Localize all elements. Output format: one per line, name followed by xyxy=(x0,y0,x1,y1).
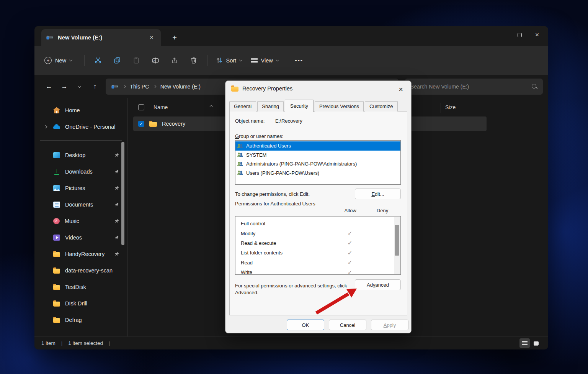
chevron-right-icon[interactable] xyxy=(44,125,47,128)
dialog-tab[interactable]: Security xyxy=(285,100,314,112)
drive-icon xyxy=(111,84,119,90)
new-tab-button[interactable]: + xyxy=(168,31,181,44)
sidebar-item-icon xyxy=(53,185,60,191)
cancel-button[interactable]: Cancel xyxy=(329,320,366,330)
back-button[interactable]: ← xyxy=(41,79,57,94)
close-button[interactable]: × xyxy=(528,28,546,42)
share-button[interactable] xyxy=(165,53,184,68)
sidebar-item[interactable]: OneDrive - Personal xyxy=(37,118,125,135)
dialog-tab-label: Previous Versions xyxy=(319,103,359,109)
forward-button[interactable]: → xyxy=(57,79,72,94)
sidebar-item[interactable]: Defrag xyxy=(37,312,125,328)
item-count: 1 item xyxy=(41,340,56,346)
sidebar-item[interactable]: Desktop xyxy=(37,147,125,163)
sidebar-item[interactable]: Home xyxy=(37,102,125,118)
pin-icon xyxy=(114,235,119,240)
toolbar-divider xyxy=(207,55,207,66)
user-name: Users (PING-PANG-POW\Users) xyxy=(246,170,319,176)
sidebar-item-label: Pictures xyxy=(65,185,85,191)
sidebar-item-icon xyxy=(53,169,60,175)
ok-button[interactable]: OK xyxy=(287,320,324,330)
see-more-button[interactable]: ••• xyxy=(291,57,307,64)
copy-button[interactable] xyxy=(108,53,127,68)
permission-row: List folder contents ✓ xyxy=(235,248,400,258)
sidebar-item[interactable]: Videos xyxy=(37,229,125,246)
user-row[interactable]: Administrators (PING-PANG-POW\Administra… xyxy=(235,159,400,169)
command-bar: + New A xyxy=(34,46,548,75)
users-icon xyxy=(237,161,243,167)
details-view-icon xyxy=(522,341,528,346)
users-icon xyxy=(237,170,243,176)
explorer-tab[interactable]: New Volume (E:) × xyxy=(41,29,161,46)
apply-button[interactable]: Apply xyxy=(371,320,408,330)
size-column-header[interactable]: Size xyxy=(445,104,456,110)
user-row[interactable]: Users (PING-PANG-POW\Users) xyxy=(235,169,400,178)
dialog-tab-label: General xyxy=(234,103,252,109)
plus-icon: + xyxy=(44,57,52,64)
sidebar-item-icon xyxy=(53,218,60,224)
breadcrumb-label: This PC xyxy=(130,84,149,90)
details-view-button[interactable] xyxy=(519,338,530,348)
group-user-list[interactable]: Authenticated Users SYSTEM Administrator… xyxy=(235,140,401,185)
dialog-tab[interactable]: Sharing xyxy=(257,101,284,112)
sidebar-item[interactable]: DIsk Drill xyxy=(37,295,125,312)
sidebar-item[interactable]: Documents xyxy=(37,196,125,213)
user-row[interactable]: Authenticated Users xyxy=(235,141,400,151)
breadcrumb-segment[interactable]: New Volume (E:) xyxy=(154,84,201,90)
delete-button[interactable] xyxy=(184,53,203,68)
search-input[interactable] xyxy=(410,84,532,90)
folder-icon xyxy=(231,87,238,92)
user-name: SYSTEM xyxy=(246,152,266,158)
select-all-checkbox[interactable] xyxy=(138,104,144,110)
toolbar-divider xyxy=(287,55,287,66)
drive-icon xyxy=(46,34,54,41)
pin-icon xyxy=(114,252,119,256)
status-bar: 1 item | 1 item selected | xyxy=(34,336,548,349)
new-button[interactable]: + New xyxy=(44,57,72,64)
pin-icon xyxy=(114,153,119,157)
sidebar-item-label: Home xyxy=(65,107,80,113)
name-column-header[interactable]: Name xyxy=(154,104,168,110)
sidebar-item[interactable]: HandyRecovery xyxy=(37,246,125,262)
column-divider[interactable] xyxy=(441,103,441,113)
column-divider[interactable] xyxy=(489,103,489,113)
large-icons-view-button[interactable] xyxy=(531,338,541,348)
dialog-tab[interactable]: Previous Versions xyxy=(315,101,364,112)
dialog-tab-label: Sharing xyxy=(262,103,279,109)
dialog-tab-label: Customize xyxy=(369,103,393,109)
minimize-button[interactable] xyxy=(493,28,511,42)
breadcrumb-segment[interactable]: This PC xyxy=(123,84,149,90)
sidebar-item[interactable]: data-recovery-scan xyxy=(37,262,125,279)
view-button[interactable]: View xyxy=(247,53,283,68)
search-box[interactable] xyxy=(405,79,543,95)
cut-button[interactable] xyxy=(88,53,108,68)
row-checkbox[interactable]: ✓ xyxy=(138,121,144,127)
sidebar-item[interactable]: Downloads xyxy=(37,163,125,180)
dialog-tab[interactable]: Customize xyxy=(365,101,397,112)
up-button[interactable]: ↑ xyxy=(87,79,103,94)
sidebar-scrollbar[interactable] xyxy=(121,142,124,245)
scrollbar-thumb[interactable] xyxy=(395,225,399,256)
permission-name: List folder contents xyxy=(241,250,283,256)
sidebar-divider xyxy=(40,140,122,141)
paste-button[interactable] xyxy=(127,53,146,68)
sort-button[interactable]: Sort xyxy=(211,53,247,68)
recent-locations-button[interactable] xyxy=(72,79,87,94)
dialog-close-button[interactable]: × xyxy=(395,84,407,95)
sidebar-item[interactable]: TestDisk xyxy=(37,279,125,295)
rename-button[interactable]: A xyxy=(146,53,165,68)
permissions-list[interactable]: Full control ✓ Modify ✓ Read & execute ✓ xyxy=(235,216,401,275)
maximize-button[interactable] xyxy=(511,28,528,42)
new-button-label: New xyxy=(55,57,66,64)
sidebar-item[interactable]: Music xyxy=(37,213,125,229)
dialog-tab[interactable]: General xyxy=(229,101,256,112)
dialog-title: Recovery Properties xyxy=(242,85,292,92)
sidebar-item[interactable]: Pictures xyxy=(37,180,125,196)
allow-check-icon: ✓ xyxy=(340,249,359,256)
permissions-scrollbar[interactable] xyxy=(394,217,400,274)
edit-button[interactable]: Edit... xyxy=(355,189,401,199)
sort-icon xyxy=(216,57,223,64)
tab-close-icon[interactable]: × xyxy=(147,33,156,42)
chevron-down-icon xyxy=(78,85,81,88)
user-row[interactable]: SYSTEM xyxy=(235,151,400,160)
